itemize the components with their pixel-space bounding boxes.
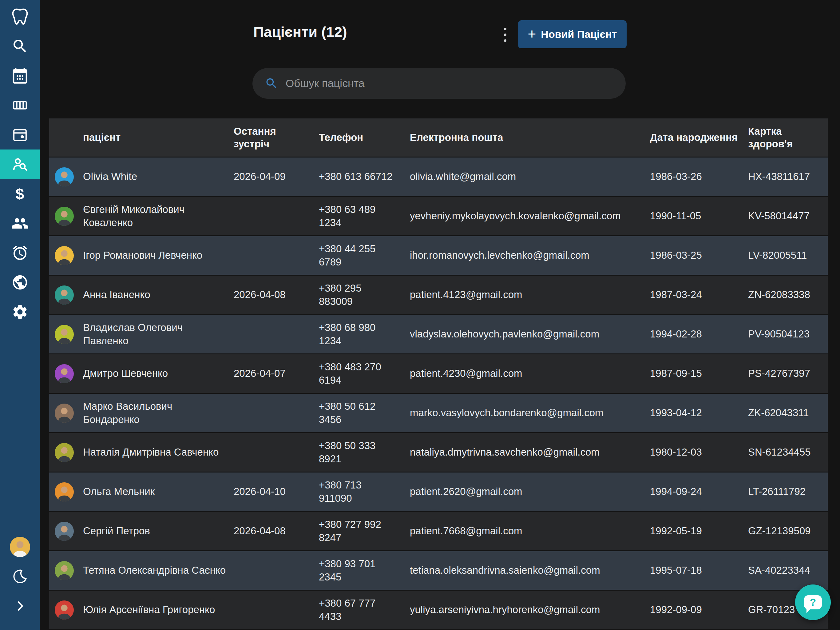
patient-search-icon xyxy=(11,155,29,173)
date-of-birth: 1993-04-12 xyxy=(650,406,748,419)
email: yevheniy.mykolayovych.kovalenko@gmail.co… xyxy=(410,209,650,223)
patient-avatar xyxy=(55,561,74,580)
dark-mode-toggle[interactable] xyxy=(0,562,39,591)
email: olivia.white@gmail.com xyxy=(410,170,650,184)
new-patient-label: Новий Пацієнт xyxy=(541,28,617,40)
patient-name: Владислав Олегович Павленко xyxy=(83,321,226,348)
table-row[interactable]: Дмитро Шевченко 2026-04-07 +380 483 270 … xyxy=(49,353,828,393)
date-of-birth: 1980-12-03 xyxy=(650,446,748,459)
moon-icon xyxy=(12,568,28,585)
patient-name: Марко Васильович Бондаренко xyxy=(83,400,226,426)
sidebar-item-language[interactable] xyxy=(0,268,39,297)
last-visit: 2026-04-08 xyxy=(234,288,319,301)
table-row[interactable]: Сергій Петров 2026-04-08 +380 727 992 82… xyxy=(49,511,828,550)
table-row[interactable]: Марко Васильович Бондаренко +380 50 612 … xyxy=(49,393,828,432)
phone: +380 483 270 6194 xyxy=(319,361,410,387)
patient-avatar xyxy=(55,285,74,304)
health-card-id: HX-43811617 xyxy=(748,170,828,184)
table-row[interactable]: Наталія Дмитрівна Савченко +380 50 333 8… xyxy=(49,432,828,472)
health-card-id: ZK-62043311 xyxy=(748,406,828,419)
email: tetiana.oleksandrivna.saienko@gmail.com xyxy=(410,564,650,577)
email: patient.7668@gmail.com xyxy=(410,524,650,538)
table-row[interactable]: Ольга Мельник 2026-04-10 +380 713 911090… xyxy=(49,472,828,511)
phone: +380 50 612 3456 xyxy=(319,400,410,426)
team-group-icon xyxy=(11,214,29,232)
page-title: Пацієнти (12) xyxy=(253,24,347,40)
table-row[interactable]: Тетяна Олександрівна Саєнко +380 93 701 … xyxy=(49,550,828,590)
phone: +380 713 911090 xyxy=(319,479,410,505)
col-health-card: Картка здоров'я xyxy=(748,125,828,150)
health-card-id: SN-61234455 xyxy=(748,446,828,459)
table-row[interactable]: Анна Іваненко 2026-04-08 +380 295 883009… xyxy=(49,275,828,314)
date-of-birth: 1986-03-25 xyxy=(650,249,748,262)
col-dob: Дата народження xyxy=(650,131,748,144)
globe-icon xyxy=(11,274,28,291)
sidebar-item-search[interactable] xyxy=(0,32,39,61)
search-input[interactable] xyxy=(286,77,613,90)
sidebar-item-calendar[interactable] xyxy=(0,61,39,90)
help-bubble-icon: ? xyxy=(804,595,822,609)
col-email: Електронна пошта xyxy=(410,131,650,144)
patient-avatar xyxy=(55,522,74,541)
phone: +380 44 255 6789 xyxy=(319,242,410,269)
email: patient.2620@gmail.com xyxy=(410,485,650,499)
question-mark: ? xyxy=(810,597,816,608)
date-of-birth: 1990-11-05 xyxy=(650,209,748,223)
sidebar-item-reminders[interactable] xyxy=(0,238,39,268)
patient-name: Olivia White xyxy=(83,170,137,184)
plus-icon: + xyxy=(527,27,536,41)
date-of-birth: 1994-02-28 xyxy=(650,328,748,341)
patient-avatar xyxy=(55,600,74,619)
table-row[interactable]: Євгеній Миколайович Коваленко +380 63 48… xyxy=(49,196,828,235)
patient-avatar xyxy=(55,443,74,462)
patient-avatar xyxy=(55,207,74,226)
col-patient: пацієнт xyxy=(49,131,234,144)
health-card-id: LT-26111792 xyxy=(748,485,828,499)
search-icon xyxy=(265,77,278,90)
table-header: пацієнт Остання зустріч Телефон Електрон… xyxy=(49,119,828,157)
date-of-birth: 1994-09-24 xyxy=(650,485,748,499)
email: vladyslav.olehovych.pavlenko@gmail.com xyxy=(410,328,650,341)
patient-avatar xyxy=(55,325,74,344)
email: patient.4123@gmail.com xyxy=(410,288,650,301)
col-phone: Телефон xyxy=(319,131,410,144)
date-of-birth: 1992-05-19 xyxy=(650,524,748,538)
phone: +380 68 980 1234 xyxy=(319,321,410,348)
settings-gear-icon xyxy=(11,303,28,321)
phone: +380 93 701 2345 xyxy=(319,557,410,584)
last-visit: 2026-04-10 xyxy=(234,485,319,499)
app-logo[interactable] xyxy=(0,2,39,32)
dollar-icon: $ xyxy=(16,185,24,203)
sidebar-item-appointments[interactable] xyxy=(0,120,39,149)
table-row[interactable]: Ігор Романович Левченко +380 44 255 6789… xyxy=(49,235,828,275)
more-options-button[interactable] xyxy=(498,24,512,46)
health-card-id: KV-58014477 xyxy=(748,209,828,223)
sidebar-item-board[interactable] xyxy=(0,90,39,120)
help-button[interactable]: ? xyxy=(795,584,831,620)
tooth-icon xyxy=(11,7,30,26)
patient-avatar xyxy=(55,167,74,187)
phone: +380 67 777 4433 xyxy=(319,597,410,623)
table-row[interactable]: Юлія Арсеніївна Григоренко +380 67 777 4… xyxy=(49,590,828,629)
patient-avatar xyxy=(55,482,74,502)
sidebar-item-team[interactable] xyxy=(0,209,39,238)
patient-name: Юлія Арсеніївна Григоренко xyxy=(83,603,215,616)
health-card-id: ZN-62083338 xyxy=(748,288,828,301)
sidebar-item-settings[interactable] xyxy=(0,297,39,327)
calendar-event-icon xyxy=(11,126,28,143)
sidebar-item-patients[interactable] xyxy=(0,149,39,179)
main-content: Пацієнти (12) + Новий Пацієнт пацієнт Ос… xyxy=(39,0,840,630)
user-avatar xyxy=(10,537,30,557)
user-profile[interactable] xyxy=(0,532,39,562)
last-visit: 2026-04-09 xyxy=(234,170,319,184)
table-row[interactable]: Владислав Олегович Павленко +380 68 980 … xyxy=(49,314,828,353)
collapse-sidebar[interactable] xyxy=(0,591,39,621)
table-row[interactable]: Olivia White 2026-04-09 +380 613 66712 o… xyxy=(49,157,828,196)
health-card-id: GZ-12139509 xyxy=(748,524,828,538)
col-last-visit: Остання зустріч xyxy=(234,125,319,150)
patient-search-bar xyxy=(253,68,626,99)
board-columns-icon xyxy=(11,97,28,114)
last-visit: 2026-04-08 xyxy=(234,524,319,538)
new-patient-button[interactable]: + Новий Пацієнт xyxy=(518,20,627,48)
sidebar-item-billing[interactable]: $ xyxy=(0,179,39,209)
